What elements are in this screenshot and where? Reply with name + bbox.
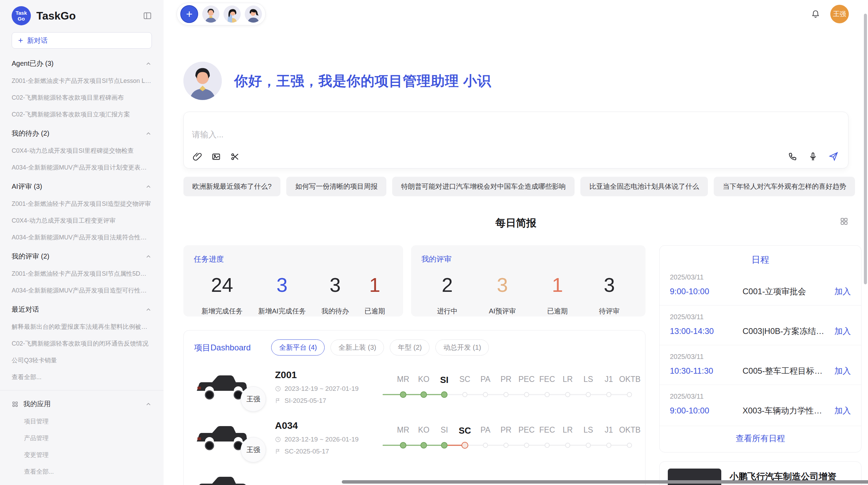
view-all-schedule-link[interactable]: 查看所有日程 — [660, 426, 861, 447]
milestone-dot — [400, 442, 407, 448]
join-link[interactable]: 加入 — [834, 286, 851, 297]
tab-model-year[interactable]: 年型 (2) — [390, 339, 430, 356]
scissors-icon[interactable] — [230, 152, 240, 161]
milestone-dot — [400, 391, 407, 398]
avatar-contact-2[interactable] — [224, 5, 241, 23]
project-info: Z001 2023-12-19 ~ 2027-01-19 SI-2025-05-… — [275, 370, 361, 405]
milestone-dot — [504, 392, 509, 397]
section-header[interactable]: 最近对话 — [12, 305, 152, 314]
send-icon[interactable] — [829, 151, 839, 161]
stat-pending-review: 3 待评审 — [599, 273, 619, 316]
sidebar-item-my-apps[interactable]: 我的应用 — [12, 399, 152, 409]
milestone-label: KO — [413, 425, 434, 436]
sidebar-section-my-review: 我的评审 (2) Z001-全新燃油轻卡产品开发项目SI节点属性5D文件评审A0… — [12, 252, 152, 295]
sidebar-item[interactable]: A034-全新新能源MUV产品开发项目计划变更表编写 — [12, 163, 152, 172]
topbar-right: 王强 — [811, 5, 849, 23]
suggestion-chip[interactable]: 如何写一份清晰的项目周报 — [286, 177, 386, 196]
my-apps-label: 我的应用 — [23, 399, 51, 409]
sidebar-item[interactable]: 解释最新出台的欧盟报废车法规再生塑料比例被调至15%... — [12, 323, 152, 331]
section-header[interactable]: AI评审 (3) — [12, 182, 152, 191]
suggestion-chip[interactable]: 比亚迪全固态电池计划具体说了什么 — [580, 177, 708, 196]
vertical-scrollbar[interactable] — [864, 14, 867, 284]
sidebar-app-item[interactable]: 产品管理 — [24, 434, 152, 442]
section-header[interactable]: 我的待办 (2) — [12, 129, 152, 138]
schedule-time: 9:00-10:00 — [670, 287, 743, 296]
avatar-contact-1[interactable] — [202, 5, 219, 23]
sidebar-item[interactable]: A034-全新新能源MUV产品开发项目法规符合性评审 — [12, 233, 152, 241]
project-dates: 2023-12-19 ~ 2027-01-19 — [275, 385, 361, 393]
tab-new-platform[interactable]: 全新平台 (4) — [271, 339, 325, 356]
sidebar-item[interactable]: Z001-全新燃油轻卡产品开发项目SI造型提交物评审 — [12, 200, 152, 208]
clock-icon — [275, 386, 281, 392]
milestone-label: J1 — [599, 375, 619, 385]
sidebar-app-item[interactable]: 查看全部... — [24, 468, 152, 476]
horizontal-scrollbar[interactable] — [342, 480, 868, 484]
chevron-up-icon[interactable] — [145, 183, 152, 190]
suggestion-chip[interactable]: 当下年轻人对汽车外观有怎样的喜好趋势 — [714, 177, 855, 196]
milestone-label: SI — [434, 375, 455, 385]
sidebar-item[interactable]: 公司Q3轻卡销量 — [12, 356, 152, 364]
project-row[interactable]: 王强 A034 2023-12-19 ~ 2026-01-19 — [194, 419, 635, 457]
suggestion-chip[interactable]: 特朗普可能对进口汽车增税会对中国车企造成哪些影响 — [392, 177, 575, 196]
project-code: A034 — [275, 420, 361, 431]
layout-grid-icon[interactable] — [840, 217, 848, 226]
sidebar-item[interactable]: C02-飞腾新能源轻客改款项目里程碑画布 — [12, 94, 152, 102]
section-header[interactable]: 我的评审 (2) — [12, 252, 152, 261]
sidebar-item[interactable]: C0X4-动力总成开发项目工程变更评审 — [12, 216, 152, 225]
tab-new-body[interactable]: 全新上装 (3) — [330, 339, 384, 356]
image-icon[interactable] — [212, 152, 221, 161]
milestone-label: LR — [557, 425, 578, 436]
sidebar-app-item[interactable]: 变更管理 — [24, 451, 152, 459]
microphone-icon[interactable] — [808, 152, 818, 161]
sidebar: Task Go TaskGo + 新对话 Agent已办 (3) Z001-全新… — [0, 0, 164, 485]
sidebar-item[interactable]: Z001-全新燃油皮卡产品开发项目SI节点Lesson Learn报告 — [12, 77, 152, 85]
sidebar-item[interactable]: 查看全部... — [12, 373, 152, 381]
avatar-contact-3[interactable] — [245, 5, 262, 23]
milestone-dot — [565, 443, 570, 448]
sidebar-item[interactable]: C02-飞腾新能源轻客改款项目的闭环通告反馈情况 — [12, 339, 152, 348]
stat-label: 已逾期 — [364, 307, 385, 316]
schedule-item: 2025/03/11 10:30-11:30 C005-整车工程目标评审 加入 — [660, 345, 861, 385]
schedule-event-title: C005-整车工程目标评审 — [743, 365, 829, 376]
sidebar-app-item[interactable]: 项目管理 — [24, 417, 152, 425]
collapse-sidebar-icon[interactable] — [143, 11, 152, 20]
logo-text-top: Task — [15, 10, 27, 16]
notifications-bell-icon[interactable] — [811, 10, 820, 18]
milestone-label: OKTB — [619, 375, 640, 385]
new-chat-button[interactable]: + 新对话 — [12, 32, 152, 49]
app-logo: Task Go — [12, 6, 31, 25]
join-link[interactable]: 加入 — [834, 326, 851, 337]
schedule-event-title: C003|H0B-方案冻结评审 — [743, 326, 829, 337]
suggestion-chips: 欧洲新规最近颁布了什么?如何写一份清晰的项目周报特朗普可能对进口汽车增税会对中国… — [183, 177, 848, 196]
paperclip-icon[interactable] — [193, 152, 202, 161]
sidebar-item[interactable]: C02-飞腾新能源轻客改款项目立项汇报方案 — [12, 110, 152, 119]
milestone-label: PEC — [516, 375, 537, 385]
join-link[interactable]: 加入 — [834, 405, 851, 416]
add-chat-button[interactable]: + — [180, 5, 198, 23]
join-link[interactable]: 加入 — [834, 365, 851, 376]
briefing-left-column: 任务进度 24 新增完成任务 3 新增AI完成任务 — [183, 245, 646, 485]
milestone-label: SC — [455, 375, 475, 385]
chevron-up-icon[interactable] — [145, 130, 152, 137]
chevron-up-icon[interactable] — [145, 60, 152, 67]
chat-input[interactable] — [192, 130, 840, 139]
sidebar-item[interactable]: C0X4-动力总成开发项目SI里程碑提交物检查 — [12, 147, 152, 155]
schedule-event-title: X003-车辆动力学性能验... — [743, 405, 829, 416]
chevron-up-icon[interactable] — [145, 306, 152, 313]
phone-icon[interactable] — [788, 152, 797, 161]
schedule-date: 2025/03/11 — [670, 313, 851, 321]
milestone-label: LR — [557, 375, 578, 385]
daily-briefing-header: 每日简报 — [183, 216, 848, 230]
sidebar-item[interactable]: A034-全新新能源MUV产品开发项目造型可行性评审 — [12, 286, 152, 295]
project-row[interactable]: 王强 Z001 2023-12-19 ~ 2027-01-19 — [194, 368, 635, 406]
section-header[interactable]: Agent已办 (3) — [12, 59, 152, 68]
chevron-up-icon[interactable] — [145, 401, 152, 408]
tab-powertrain[interactable]: 动总开发 (1) — [435, 339, 489, 356]
chevron-up-icon[interactable] — [145, 253, 152, 260]
suggestion-chip[interactable]: 欧洲新规最近颁布了什么? — [183, 177, 280, 196]
user-avatar[interactable]: 王强 — [830, 5, 849, 23]
milestone-label: LS — [578, 425, 599, 436]
milestone-dot — [545, 392, 550, 397]
milestone-dot — [441, 442, 448, 448]
sidebar-item[interactable]: Z001-全新燃油轻卡产品开发项目SI节点属性5D文件评审 — [12, 270, 152, 278]
